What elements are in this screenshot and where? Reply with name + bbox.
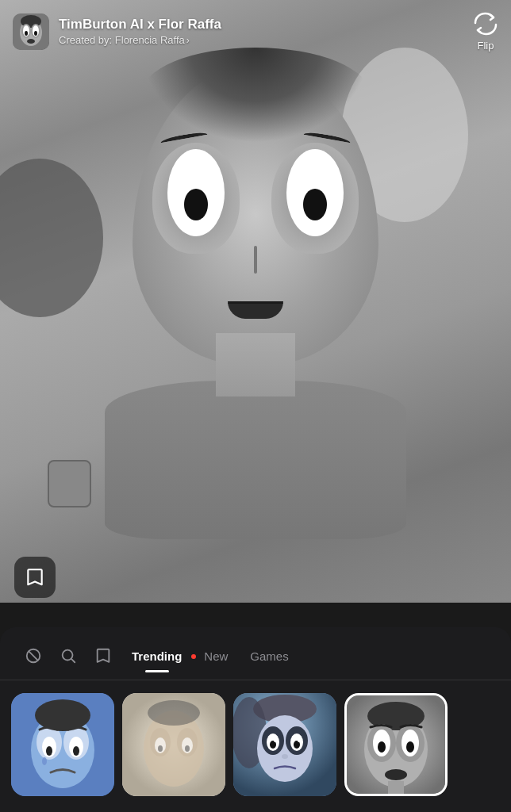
flip-button[interactable]: Flip	[473, 11, 498, 52]
mouth	[224, 301, 287, 324]
filter-thumb-2[interactable]	[122, 693, 225, 796]
svg-point-21	[73, 746, 79, 756]
svg-rect-59	[388, 781, 404, 794]
left-eye-socket	[152, 143, 240, 254]
filter-thumb-1-illustration	[11, 693, 114, 796]
save-button[interactable]	[14, 557, 56, 598]
filter-title: TimBurton AI x Flor Raffa	[59, 17, 221, 33]
svg-line-11	[29, 651, 38, 661]
camera-view	[0, 0, 511, 603]
svg-point-9	[27, 39, 35, 44]
filter-thumb-2-illustration	[122, 693, 225, 796]
filter-creator[interactable]: Created by: Florencia Raffa ›	[59, 34, 221, 46]
left-eye-white	[167, 149, 225, 236]
avatar-illustration	[13, 13, 49, 50]
svg-point-58	[385, 769, 407, 780]
eyes-area	[152, 135, 359, 262]
svg-point-45	[274, 739, 277, 742]
creator-chevron: ›	[186, 35, 190, 46]
top-bar: TimBurton AI x Flor Raffa Created by: Fl…	[0, 0, 511, 63]
filter-title-block: TimBurton AI x Flor Raffa Created by: Fl…	[59, 17, 221, 46]
filter-thumb-4-illustration	[347, 695, 445, 794]
bottom-panel: Trending New Games	[0, 627, 511, 812]
tab-ban-button[interactable]	[16, 638, 51, 673]
neck	[216, 333, 295, 396]
svg-point-8	[34, 31, 37, 36]
svg-point-47	[282, 754, 288, 759]
right-eye-socket	[271, 143, 359, 254]
svg-line-13	[71, 659, 75, 662]
svg-point-20	[46, 746, 52, 756]
filter-thumbs	[0, 680, 511, 812]
bookmark-tab-icon	[94, 647, 112, 665]
filter-thumb-3[interactable]	[233, 693, 336, 796]
svg-point-33	[148, 700, 200, 726]
filter-info: TimBurton AI x Flor Raffa Created by: Fl…	[13, 13, 221, 50]
search-icon	[60, 647, 77, 665]
flip-label: Flip	[478, 40, 494, 52]
ban-icon	[25, 647, 42, 665]
tab-new[interactable]: New	[193, 643, 239, 669]
filter-tabs: Trending New Games	[0, 627, 511, 680]
head	[133, 63, 378, 365]
tab-games[interactable]: Games	[239, 643, 299, 669]
filter-avatar[interactable]	[13, 13, 49, 50]
svg-point-7	[25, 31, 28, 36]
filter-thumb-4-selected[interactable]	[344, 693, 448, 796]
filter-thumb-1[interactable]	[11, 693, 114, 796]
svg-point-22	[42, 757, 47, 765]
nose	[244, 246, 267, 278]
right-eye-white	[286, 149, 344, 236]
svg-point-31	[158, 745, 163, 752]
right-eye-pupil	[303, 189, 327, 220]
background-wall-item	[48, 460, 91, 508]
bookmark-icon	[25, 567, 45, 588]
svg-point-46	[298, 739, 301, 742]
tab-bookmark-button[interactable]	[86, 638, 121, 673]
svg-point-57	[406, 741, 414, 753]
lips	[228, 301, 283, 319]
shoulders	[105, 381, 406, 539]
tab-search-button[interactable]	[51, 638, 86, 673]
filter-thumb-3-illustration	[233, 693, 336, 796]
svg-point-56	[378, 741, 386, 753]
left-eye-pupil	[184, 189, 208, 220]
face-container	[89, 63, 422, 555]
flip-icon	[473, 11, 498, 36]
filter-avatar-inner	[13, 13, 49, 50]
svg-point-23	[35, 699, 90, 731]
background-chair	[0, 159, 103, 317]
tab-trending[interactable]: Trending	[121, 643, 193, 669]
svg-point-32	[185, 745, 190, 752]
